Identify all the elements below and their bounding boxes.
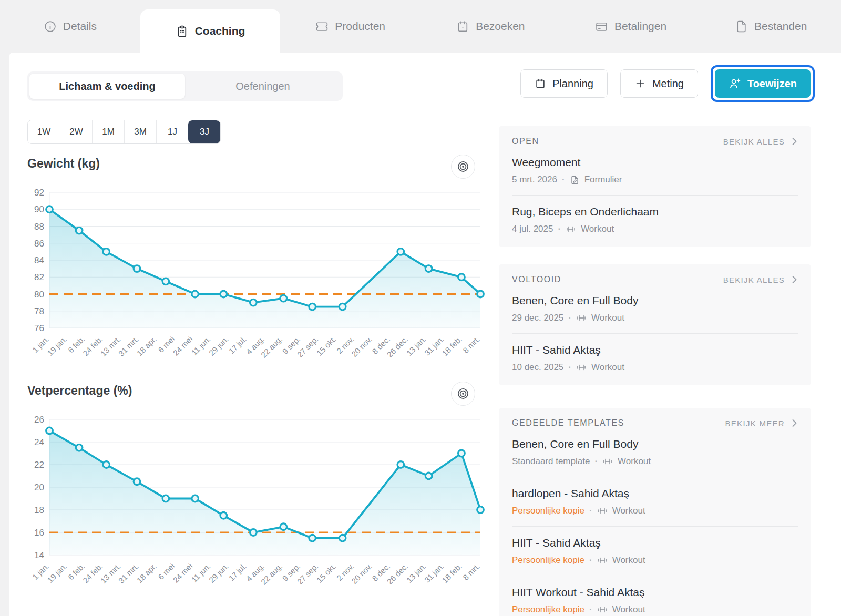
list-item[interactable]: HIIT - Sahid Aktaş Persoonlijke kopie· W… (512, 537, 798, 566)
list-item[interactable]: HIIT - Sahid Aktaş 10 dec. 2025· Workout (512, 344, 798, 373)
svg-text:17 jul.: 17 jul. (227, 561, 248, 582)
list-item[interactable]: hardlopen - Sahid Aktaş Persoonlijke kop… (512, 487, 798, 516)
tab-details[interactable]: Details (0, 0, 140, 53)
goal-target-button[interactable] (451, 382, 475, 406)
svg-text:22: 22 (34, 460, 44, 470)
svg-text:18 feb.: 18 feb. (440, 334, 463, 357)
svg-text:31 mrt.: 31 mrt. (117, 561, 140, 585)
svg-text:86: 86 (34, 239, 44, 249)
range-selector: 1W 2W 1M 3M 1J 3J (27, 120, 221, 144)
action-buttons: Planning Meting Toewijzen (520, 65, 815, 102)
range-1w[interactable]: 1W (28, 120, 60, 143)
tab-coaching[interactable]: Coaching (140, 9, 281, 53)
planning-button[interactable]: Planning (520, 69, 608, 98)
tab-label: Bezoeken (476, 20, 525, 33)
dumbbell-icon (566, 224, 576, 234)
svg-text:26: 26 (34, 415, 44, 425)
svg-text:18 apr.: 18 apr. (135, 561, 158, 584)
svg-text:24 mei: 24 mei (171, 561, 194, 584)
top-tab-bar: Details Coaching Producten Bezoeken Beta… (0, 0, 841, 53)
bekijk-alles-link[interactable]: BEKIJK ALLES (723, 137, 798, 146)
tab-label: Producten (335, 20, 385, 33)
dumbbell-icon (597, 506, 608, 516)
divider (512, 526, 798, 527)
segment-oefeningen[interactable]: Oefeningen (185, 74, 341, 99)
svg-text:76: 76 (34, 323, 44, 333)
svg-text:29 jun.: 29 jun. (207, 561, 230, 584)
file-icon (735, 20, 748, 33)
tab-betalingen[interactable]: Betalingen (561, 0, 701, 53)
svg-text:90: 90 (34, 204, 44, 214)
info-icon (44, 20, 57, 33)
user-plus-icon (729, 77, 741, 90)
gedeelde-templates-section: GEDEELDE TEMPLATES BEKIJK MEER Benen, Co… (499, 408, 811, 616)
goal-target-button[interactable] (451, 155, 475, 179)
range-3j[interactable]: 3J (188, 120, 220, 143)
svg-text:78: 78 (34, 306, 44, 316)
target-icon (456, 160, 470, 173)
svg-text:16: 16 (34, 528, 44, 538)
svg-text:18: 18 (34, 505, 44, 515)
section-title: GEDEELDE TEMPLATES (512, 418, 624, 428)
toewijzen-button[interactable]: Toewijzen (715, 69, 811, 98)
dumbbell-icon (576, 362, 587, 373)
section-title: OPEN (512, 137, 539, 146)
meting-button[interactable]: Meting (620, 69, 698, 98)
voltooid-section: VOLTOOID BEKIJK ALLES Benen, Core en Ful… (499, 264, 811, 385)
credit-card-icon (595, 20, 608, 33)
svg-text:20 nov.: 20 nov. (350, 334, 374, 358)
divider (512, 333, 798, 334)
list-item[interactable]: Weegmoment 5 mrt. 2026· Formulier (512, 156, 798, 185)
tab-bestanden[interactable]: Bestanden (701, 0, 841, 53)
highlight-box: Toewijzen (711, 65, 815, 102)
dumbbell-icon (576, 313, 587, 323)
divider (512, 576, 798, 576)
svg-text:24: 24 (34, 437, 44, 447)
chevron-right-icon (791, 138, 798, 145)
tab-bezoeken[interactable]: Bezoeken (420, 0, 561, 53)
svg-text:15 okt.: 15 okt. (315, 334, 338, 357)
list-item[interactable]: HIIT Workout - Sahid Aktaş Persoonlijke … (512, 586, 798, 615)
svg-text:17 jul.: 17 jul. (227, 334, 248, 355)
svg-text:14: 14 (34, 550, 44, 560)
svg-text:19 jan.: 19 jan. (45, 561, 68, 584)
svg-text:18 feb.: 18 feb. (440, 561, 463, 584)
section-title: VOLTOOID (512, 275, 561, 284)
svg-text:11 jun.: 11 jun. (190, 334, 212, 357)
open-section: OPEN BEKIJK ALLES Weegmoment 5 mrt. 2026… (499, 126, 811, 247)
calendar-icon (456, 20, 469, 33)
calendar-icon (535, 78, 546, 89)
list-item[interactable]: Rug, Biceps en Onderlichaam 4 jul. 2025·… (512, 206, 798, 234)
body-nutrition-toggle: Lichaam & voeding Oefeningen (27, 71, 343, 101)
chevron-right-icon (791, 419, 798, 427)
list-item[interactable]: Benen, Core en Full Body Standaard templ… (512, 438, 798, 467)
tab-label: Betalingen (614, 20, 666, 33)
gewicht-chart-title: Gewicht (kg) (27, 157, 100, 171)
form-icon (570, 175, 580, 185)
dumbbell-icon (602, 456, 613, 467)
svg-text:29 jun.: 29 jun. (207, 334, 230, 357)
svg-text:24 mei: 24 mei (171, 334, 194, 357)
svg-text:80: 80 (34, 290, 44, 300)
range-2w[interactable]: 2W (60, 120, 92, 143)
gewicht-chart: 7678808284868890921 jan.19 jan.6 feb.24 … (27, 184, 486, 369)
list-item[interactable]: Benen, Core en Full Body 29 dec. 2025· W… (512, 294, 798, 323)
plus-icon (634, 78, 646, 89)
svg-text:20: 20 (34, 482, 44, 492)
chevron-right-icon (791, 276, 798, 283)
svg-text:20 nov.: 20 nov. (350, 561, 374, 586)
segment-lichaam-voeding[interactable]: Lichaam & voeding (29, 74, 185, 99)
range-1m[interactable]: 1M (92, 120, 124, 143)
range-3m[interactable]: 3M (124, 120, 156, 143)
target-icon (456, 387, 470, 401)
bekijk-meer-link[interactable]: BEKIJK MEER (725, 419, 798, 428)
dumbbell-icon (597, 604, 608, 615)
svg-text:13 jan.: 13 jan. (405, 334, 428, 357)
bekijk-alles-link[interactable]: BEKIJK ALLES (723, 275, 798, 284)
svg-text:84: 84 (34, 255, 44, 265)
range-1j[interactable]: 1J (156, 120, 188, 143)
vetpercentage-chart: 141618202224261 jan.19 jan.6 feb.24 feb.… (27, 411, 486, 596)
svg-text:82: 82 (34, 272, 44, 282)
svg-text:88: 88 (34, 222, 44, 232)
tab-producten[interactable]: Producten (280, 0, 420, 53)
